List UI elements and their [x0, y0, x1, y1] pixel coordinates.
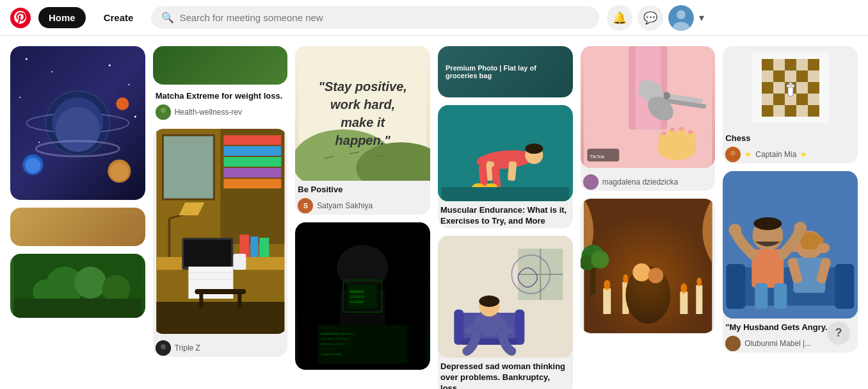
user-menu-chevron[interactable]: ▾ — [699, 12, 704, 24]
masonry-col-4: Premium Photo | Flat lay of groceries ba… — [438, 46, 573, 389]
svg-text:encryption.break();: encryption.break(); — [321, 352, 342, 356]
pin-nature-bottom[interactable] — [10, 254, 145, 318]
svg-point-14 — [26, 58, 28, 60]
svg-rect-36 — [223, 168, 281, 178]
groceries-title: Premium Photo | Flat lay of groceries ba… — [446, 64, 565, 79]
matcha-author-avatar — [156, 104, 171, 120]
positive-title: Be Positive — [298, 185, 428, 195]
svg-rect-40 — [184, 240, 231, 267]
chess-author-row: ★ Captain Mia ★ — [725, 147, 855, 162]
create-button[interactable]: Create — [93, 7, 144, 28]
svg-text:function hack() { return true;: function hack() { return true; } — [321, 332, 355, 335]
svg-point-2 — [677, 10, 686, 19]
svg-text:01001011: 01001011 — [350, 290, 364, 294]
matcha-author-row: Health-wellness-rev — [156, 104, 285, 120]
pinterest-logo[interactable] — [10, 8, 31, 28]
svg-rect-174 — [775, 283, 787, 309]
svg-rect-149 — [762, 105, 773, 117]
pin-desk[interactable]: Triple Z — [153, 129, 288, 357]
header: Home Create 🔍 🔔 💬 ▾ — [0, 0, 868, 36]
search-bar[interactable]: 🔍 — [151, 6, 599, 29]
svg-text:while(true) { exploit(); }: while(true) { exploit(); } — [321, 342, 348, 345]
chess-author-name: Captain Mia — [755, 150, 796, 159]
svg-point-7 — [55, 107, 100, 152]
masonry-col-3: "Stay positive, work hard, make it happe… — [295, 46, 430, 389]
pin-exercise[interactable]: Muscular Endurance: What is it, Exercise… — [438, 105, 573, 228]
pin-chess[interactable]: Chess ★ Captain Mia ★ — [723, 46, 858, 163]
svg-rect-42 — [250, 236, 258, 257]
pin-scissors[interactable]: TikTok magdalena dziedzicka — [581, 46, 716, 191]
svg-point-17 — [128, 84, 129, 85]
scissors-author-avatar — [583, 174, 599, 190]
svg-rect-51 — [156, 302, 284, 334]
svg-point-101 — [479, 295, 499, 307]
svg-rect-30 — [163, 135, 214, 199]
main-content: Matcha Extreme for weight loss. Health-w… — [0, 36, 868, 389]
user-avatar[interactable] — [668, 5, 694, 31]
svg-point-167 — [817, 243, 830, 253]
search-input[interactable] — [179, 12, 589, 23]
svg-point-66 — [337, 245, 389, 290]
svg-point-172 — [794, 222, 807, 235]
svg-text:TikTok: TikTok — [590, 154, 605, 160]
svg-rect-26 — [13, 299, 141, 318]
svg-rect-33 — [223, 135, 281, 145]
positive-author-name: Satyam Sakhiya — [317, 201, 373, 210]
svg-point-56 — [161, 344, 166, 349]
svg-rect-150 — [785, 105, 796, 117]
messages-button[interactable]: 💬 — [638, 5, 663, 31]
svg-point-113 — [661, 131, 666, 135]
desk-author-row: Triple Z — [156, 340, 285, 356]
scissors-author-name: magdalena dziedzicka — [602, 178, 679, 186]
svg-point-20 — [38, 142, 40, 143]
svg-point-115 — [679, 127, 684, 131]
svg-rect-140 — [785, 59, 796, 70]
svg-rect-148 — [796, 94, 808, 105]
svg-rect-151 — [808, 105, 819, 117]
svg-text:sudo rm -rf /: sudo rm -rf / — [321, 347, 335, 351]
svg-rect-43 — [259, 238, 269, 257]
angry-author-avatar — [725, 336, 741, 351]
pin-groceries[interactable]: Premium Photo | Flat lay of groceries ba… — [438, 46, 573, 97]
masonry-col-5: TikTok magdalena dziedzicka — [581, 46, 716, 389]
svg-rect-173 — [755, 283, 768, 309]
desk-author-name: Triple Z — [175, 343, 200, 352]
svg-point-12 — [25, 158, 40, 173]
pin-space-planets[interactable] — [10, 46, 145, 200]
home-button[interactable]: Home — [38, 7, 86, 28]
pin-angry-couple[interactable]: ? "My Husband Gets Angry... Olubunmi Mab… — [723, 171, 858, 352]
positive-quote: "Stay positive, work hard, make it happe… — [318, 78, 407, 149]
svg-point-16 — [109, 65, 111, 67]
svg-point-0 — [10, 8, 31, 28]
depressed-title: Depressed sad woman thinking over proble… — [440, 361, 570, 389]
pin-be-positive[interactable]: "Stay positive, work hard, make it happe… — [295, 46, 430, 215]
svg-point-171 — [729, 224, 742, 236]
exercise-title: Muscular Endurance: What is it, Exercise… — [440, 205, 570, 227]
notifications-button[interactable]: 🔔 — [607, 5, 632, 31]
svg-point-19 — [134, 116, 136, 118]
svg-point-119 — [583, 174, 599, 190]
svg-text:const data = fetch('/api');: const data = fetch('/api'); — [321, 337, 349, 340]
svg-point-169 — [754, 217, 782, 230]
svg-text:10100110: 10100110 — [350, 295, 364, 299]
svg-point-28 — [161, 108, 166, 113]
pin-small-top[interactable] — [10, 208, 145, 246]
svg-point-114 — [670, 128, 675, 131]
pin-hacker[interactable]: 01001011 10100110 01110001 function hack… — [295, 222, 430, 370]
pin-candles[interactable] — [581, 199, 716, 333]
svg-rect-47 — [233, 254, 246, 270]
svg-point-157 — [730, 151, 735, 156]
svg-rect-155 — [789, 83, 792, 85]
pin-depressed[interactable]: Depressed sad woman thinking over proble… — [438, 236, 573, 389]
svg-point-175 — [725, 336, 741, 351]
masonry-grid: Matcha Extreme for weight loss. Health-w… — [10, 46, 858, 389]
matcha-title: Matcha Extreme for weight loss. — [156, 91, 285, 102]
svg-rect-52 — [195, 289, 246, 294]
pin-matcha[interactable]: Matcha Extreme for weight loss. Health-w… — [153, 46, 288, 121]
svg-point-116 — [687, 130, 693, 134]
svg-rect-35 — [223, 157, 281, 167]
positive-author-avatar: S — [298, 198, 313, 213]
scissors-author-row: magdalena dziedzicka — [583, 174, 713, 190]
svg-rect-146 — [808, 82, 819, 94]
svg-rect-139 — [762, 59, 773, 70]
